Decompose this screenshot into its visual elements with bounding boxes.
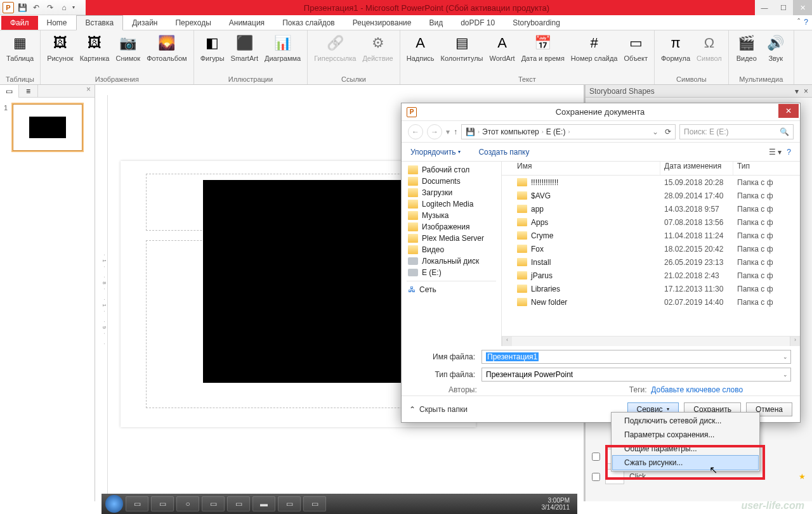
dialog-close-button[interactable]: ✕ [778, 104, 799, 118]
tab-animation[interactable]: Анимация [220, 16, 273, 30]
side-pane-close-icon[interactable]: × [804, 87, 808, 96]
column-name[interactable]: Имя [502, 162, 660, 175]
storyboard-checkbox[interactable] [592, 473, 600, 481]
tree-item[interactable]: Рабочий стол [402, 164, 501, 176]
taskbar-app-icon[interactable]: ○ [176, 496, 199, 511]
qat-home-icon[interactable]: ⌂ [58, 2, 70, 13]
nav-up-button[interactable]: ↑ [454, 127, 457, 136]
taskbar-explorer-icon[interactable]: ▭ [126, 496, 148, 511]
horizontal-scrollbar[interactable]: ‹› [502, 336, 800, 346]
file-row[interactable]: !!!!!!!!!!!!!15.09.2018 20:28Папка с ф [502, 176, 800, 189]
slide-thumbnail[interactable]: 1 [13, 104, 88, 151]
tree-item[interactable]: Documents [402, 176, 501, 187]
taskbar-app-icon[interactable]: ▭ [227, 496, 250, 511]
qat-dropdown-icon[interactable]: ▾ [72, 4, 77, 10]
ribbon-button[interactable]: 📅Дата и время [519, 32, 567, 63]
tab-transitions[interactable]: Переходы [166, 16, 219, 30]
file-row[interactable]: Install26.05.2019 23:13Папка с ф [502, 255, 800, 269]
start-button[interactable] [105, 495, 123, 513]
tab-file[interactable]: Файл [1, 16, 38, 30]
window-minimize-button[interactable]: — [755, 0, 774, 15]
file-row[interactable]: Libraries17.12.2013 11:30Папка с ф [502, 282, 800, 295]
nav-history-icon[interactable]: ▾ [446, 127, 450, 136]
help-icon[interactable]: ? [804, 18, 808, 27]
menu-item[interactable]: Подключить сетевой диск... [613, 414, 758, 428]
taskbar-app-icon[interactable]: ▭ [151, 496, 174, 511]
tree-item[interactable]: E (E:) [402, 267, 501, 278]
qat-redo-icon[interactable]: ↷ [44, 2, 56, 13]
file-row[interactable]: app14.03.2018 9:57Папка с ф [502, 202, 800, 215]
taskbar-app-icon[interactable]: ▬ [252, 496, 275, 511]
qat-undo-icon[interactable]: ↶ [30, 2, 42, 13]
tags-placeholder[interactable]: Добавьте ключевое слово [651, 385, 743, 394]
column-type[interactable]: Тип [733, 162, 800, 175]
window-restore-button[interactable]: ☐ [774, 0, 793, 15]
tree-item[interactable]: Музыка [402, 210, 501, 221]
ribbon-button[interactable]: 📊Диаграмма [262, 32, 303, 63]
column-date[interactable]: Дата изменения [660, 162, 733, 175]
filetype-select[interactable]: Презентация PowerPoint ⌄ [481, 368, 791, 382]
ribbon-button[interactable]: ▦Таблица [4, 32, 36, 63]
breadcrumb-item[interactable]: Этот компьютер [482, 127, 539, 136]
ribbon-button[interactable]: ▤Колонтитулы [438, 32, 486, 63]
filetype-dropdown-icon[interactable]: ⌄ [783, 371, 788, 378]
tree-item[interactable]: Изображения [402, 221, 501, 233]
menu-item[interactable]: Параметры сохранения... [613, 428, 758, 442]
ribbon-button[interactable]: 🖼Рисунок [44, 32, 76, 63]
view-options-icon[interactable]: ☰ ▾ [769, 148, 782, 157]
new-folder-button[interactable]: Создать папку [478, 148, 529, 157]
ribbon-button[interactable]: #Номер слайда [568, 32, 620, 63]
file-row[interactable]: Cryme11.04.2018 11:24Папка с ф [502, 229, 800, 242]
menu-item[interactable]: Сжать рисунки... [612, 455, 759, 470]
breadcrumb-item[interactable]: E (E:) [546, 127, 566, 136]
address-dropdown-icon[interactable]: ⌄ [652, 127, 658, 136]
tree-item[interactable]: Локальный диск [402, 255, 501, 267]
tab-design[interactable]: Дизайн [123, 16, 166, 30]
dialog-help-icon[interactable]: ? [787, 148, 791, 157]
file-list-header[interactable]: Имя Дата изменения Тип [502, 162, 800, 176]
organize-button[interactable]: Упорядочить ▾ [410, 148, 461, 157]
slides-panel-close-icon[interactable]: × [82, 85, 95, 97]
file-list[interactable]: !!!!!!!!!!!!!15.09.2018 20:28Папка с ф$A… [502, 176, 800, 336]
ribbon-button[interactable]: 🖼Картинка [77, 32, 112, 63]
storyboard-checkbox[interactable] [592, 453, 600, 461]
file-row[interactable]: Fox18.02.2015 20:42Папка с ф [502, 242, 800, 255]
ribbon-button[interactable]: πФормула [658, 32, 693, 63]
ribbon-button[interactable]: ◧Фигуры [198, 32, 227, 63]
hide-folders-button[interactable]: ⌃ Скрыть папки [409, 405, 468, 414]
file-row[interactable]: $AVG28.09.2014 17:40Папка с ф [502, 189, 800, 202]
address-bar[interactable]: 💾 › Этот компьютер › E (E:) › ⌄ ⟳ [461, 124, 676, 139]
tab-home[interactable]: Home [38, 16, 76, 30]
tab-insert[interactable]: Вставка [76, 15, 124, 30]
ribbon-button[interactable]: 🌄Фотоальбом [144, 32, 190, 63]
file-row[interactable]: jParus21.02.2018 2:43Папка с ф [502, 269, 800, 282]
tree-item[interactable]: Загрузки [402, 187, 501, 198]
refresh-icon[interactable]: ⟳ [665, 127, 671, 136]
black-rectangle-shape[interactable] [203, 180, 412, 383]
tree-item[interactable]: Plex Media Server [402, 233, 501, 244]
tab-dopdf[interactable]: doPDF 10 [452, 16, 504, 30]
ribbon-button[interactable]: AНадпись [404, 32, 437, 63]
filename-dropdown-icon[interactable]: ⌄ [783, 354, 788, 360]
ribbon-button[interactable]: ▭Объект [622, 32, 650, 63]
tab-storyboarding[interactable]: Storyboarding [504, 16, 569, 30]
filename-input[interactable]: Презентация1 ⌄ [481, 350, 791, 364]
taskbar-app-icon[interactable]: ▭ [303, 496, 326, 511]
slides-tab-thumbnails[interactable]: ▭ [0, 85, 19, 98]
ribbon-button[interactable]: 📷Снимок [113, 32, 143, 63]
ribbon-collapse-icon[interactable]: ˆ [797, 18, 800, 27]
file-row[interactable]: Apps07.08.2018 13:56Папка с ф [502, 215, 800, 229]
tree-item[interactable]: Logitech Media [402, 198, 501, 210]
taskbar-app-icon[interactable]: ▭ [278, 496, 301, 511]
menu-item[interactable]: Общие параметры... [613, 442, 758, 456]
ribbon-button[interactable]: 🎬Видео [733, 32, 761, 63]
nav-forward-button[interactable]: → [427, 124, 442, 139]
folder-tree[interactable]: Рабочий столDocumentsЗагрузкиLogitech Me… [402, 162, 502, 346]
search-input[interactable]: Поиск: E (E:) 🔍 [679, 124, 794, 139]
window-close-button[interactable]: ✕ [793, 0, 812, 15]
tab-review[interactable]: Рецензирование [344, 16, 421, 30]
tab-view[interactable]: Вид [420, 16, 452, 30]
qat-save-icon[interactable]: 💾 [16, 2, 28, 13]
slides-tab-outline[interactable]: ≡ [19, 85, 38, 98]
ribbon-button[interactable]: AWordArt [487, 32, 518, 63]
